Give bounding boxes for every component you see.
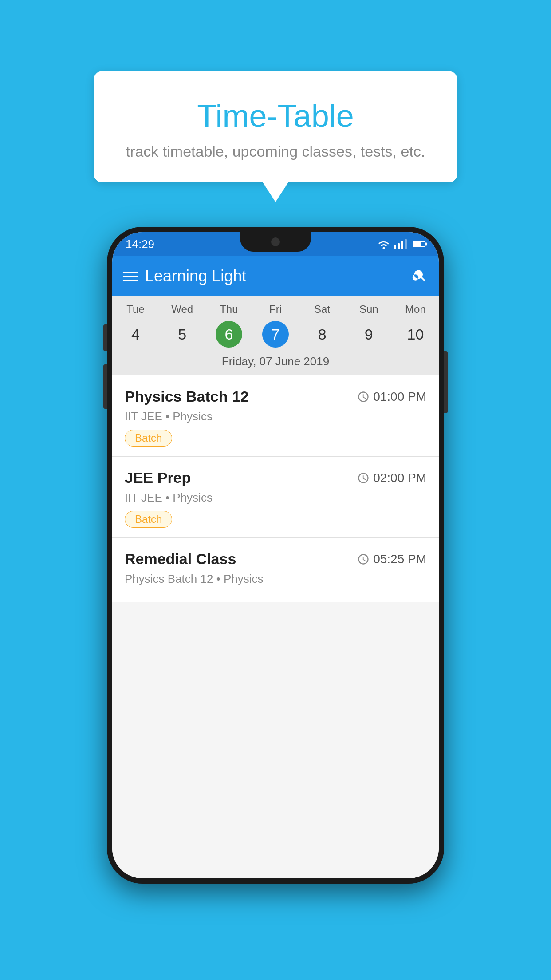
phone-button-right [444,351,448,413]
schedule-item-1-badge: Batch [125,430,172,447]
phone-notch [240,232,311,252]
schedule-item-1-name: Physics Batch 12 [125,388,249,405]
schedule-item-3-header: Remedial Class 05:25 PM [125,550,426,568]
phone-button-left2 [103,364,107,409]
day-numbers: 4 5 6 7 8 9 10 [112,318,439,352]
day-header-sat: Sat [299,303,346,316]
phone-camera [271,237,280,246]
day-6-today[interactable]: 6 [216,321,242,348]
day-8[interactable]: 8 [299,321,346,348]
battery-icon [413,241,425,247]
schedule-item-2-header: JEE Prep 02:00 PM [125,469,426,486]
schedule-item-1-meta: IIT JEE • Physics [125,410,426,423]
day-header-mon: Mon [392,303,439,316]
phone-screen: 14:29 [112,232,439,878]
schedule-item-1[interactable]: Physics Batch 12 01:00 PM IIT JEE • Phys… [112,375,439,457]
day-header-thu: Thu [205,303,252,316]
hamburger-menu-icon[interactable] [123,272,138,281]
search-icon[interactable] [412,268,428,284]
schedule-list: Physics Batch 12 01:00 PM IIT JEE • Phys… [112,375,439,878]
calendar-strip: Tue Wed Thu Fri Sat Sun Mon 4 5 6 7 8 9 … [112,296,439,375]
phone-button-left1 [103,324,107,351]
tooltip-title: Time-Table [116,98,435,134]
schedule-item-1-header: Physics Batch 12 01:00 PM [125,388,426,405]
day-10[interactable]: 10 [392,321,439,348]
day-header-tue: Tue [112,303,159,316]
day-5[interactable]: 5 [159,321,205,348]
day-4[interactable]: 4 [112,321,159,348]
hamburger-line-1 [123,272,138,273]
signal-icon [394,239,407,249]
day-header-wed: Wed [159,303,205,316]
wifi-icon [378,239,390,249]
schedule-item-2-badge: Batch [125,511,172,528]
day-7-selected[interactable]: 7 [262,321,289,348]
schedule-item-1-time: 01:00 PM [357,390,426,404]
day-headers: Tue Wed Thu Fri Sat Sun Mon [112,296,439,318]
clock-icon-2 [357,472,370,484]
hamburger-line-3 [123,280,138,281]
selected-date-label: Friday, 07 June 2019 [112,352,439,375]
clock-icon-3 [357,553,370,565]
schedule-item-3-meta: Physics Batch 12 • Physics [125,572,426,586]
battery-fill [414,242,421,246]
app-bar: Learning Light [112,256,439,296]
app-title: Learning Light [145,267,412,285]
clock-icon-1 [357,391,370,403]
day-9[interactable]: 9 [346,321,392,348]
status-time: 14:29 [126,237,154,251]
schedule-item-2-meta: IIT JEE • Physics [125,491,426,505]
schedule-item-2[interactable]: JEE Prep 02:00 PM IIT JEE • Physics Batc… [112,457,439,538]
day-header-sun: Sun [346,303,392,316]
tooltip-subtitle: track timetable, upcoming classes, tests… [116,143,435,160]
phone-outer: 14:29 [107,227,444,884]
schedule-item-2-time: 02:00 PM [357,471,426,485]
phone-mockup: 14:29 [107,227,444,884]
tooltip-card: Time-Table track timetable, upcoming cla… [94,71,457,182]
schedule-item-3[interactable]: Remedial Class 05:25 PM Physics Batch 12… [112,538,439,602]
status-icons [378,239,425,249]
schedule-item-2-name: JEE Prep [125,469,191,486]
hamburger-line-2 [123,276,138,277]
schedule-item-3-time: 05:25 PM [357,552,426,566]
schedule-item-3-name: Remedial Class [125,550,236,568]
day-header-fri: Fri [252,303,299,316]
